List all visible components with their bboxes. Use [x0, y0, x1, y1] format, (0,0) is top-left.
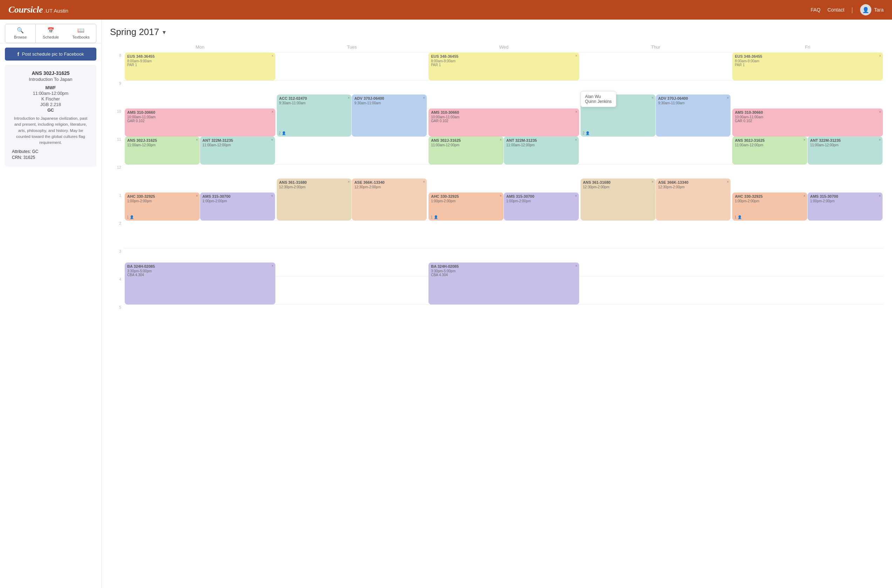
block-time: 12:30pm-2:00pm	[583, 185, 653, 189]
time-2: 2	[110, 220, 124, 249]
contact-link[interactable]: Contact	[827, 7, 844, 13]
block-time: 11:00am-12:00pm	[127, 143, 197, 147]
block-title: AHC 330-32925	[127, 194, 197, 198]
block-title: ANS 361-31680	[583, 180, 653, 184]
close-icon[interactable]: ×	[271, 138, 273, 142]
course-block[interactable]: ×EUS 348-364558:00am-9:00amPAR 1	[429, 52, 579, 81]
crn-label: CRN:	[12, 155, 22, 160]
close-icon[interactable]: ×	[348, 180, 350, 184]
block-time: 1:00pm-2:00pm	[127, 199, 197, 203]
slot-mon-2	[124, 220, 276, 249]
facebook-button[interactable]: f Post schedule pic to Facebook	[5, 48, 96, 60]
close-icon[interactable]: ×	[348, 96, 350, 100]
time-3: 3	[110, 249, 124, 276]
course-block[interactable]: ×AMS 310-3066010:00am-11:00amGAR 0.102	[429, 108, 579, 136]
course-attr-code: GC	[12, 108, 89, 113]
course-block[interactable]: ×ACC 312-024709:30am-11:00am2 👤	[277, 94, 352, 136]
course-block[interactable]: ×ADV 370J-064009:30am-11:00am	[352, 94, 427, 136]
day-mon: Mon	[124, 45, 276, 52]
close-icon[interactable]: ×	[499, 138, 502, 142]
schedule-button[interactable]: 📅 Schedule	[36, 24, 66, 43]
course-block[interactable]: ×BA 324H-020853:30pm-5:00pmCBA 4.304	[429, 262, 579, 304]
block-time: 12:30pm-2:00pm	[279, 185, 349, 189]
faq-link[interactable]: FAQ	[811, 7, 821, 13]
time-col-empty	[110, 45, 124, 52]
course-block[interactable]: ×AHC 330-329251:00pm-2:00pm1 👤	[125, 192, 200, 220]
close-icon[interactable]: ×	[423, 96, 425, 100]
block-room: GAR 0.102	[431, 119, 577, 123]
close-icon[interactable]: ×	[727, 180, 729, 184]
course-time: 11:00am-12:00pm	[12, 91, 89, 96]
close-icon[interactable]: ×	[575, 264, 578, 268]
facebook-label: Post schedule pic to Facebook	[22, 51, 84, 57]
close-icon[interactable]: ×	[196, 138, 198, 142]
block-title: BA 324H-02085	[431, 264, 577, 268]
course-block[interactable]: ×ANS 302J-3162511:00am-12:00pm	[429, 136, 504, 165]
block-time: 9:30am-11:00am	[279, 101, 349, 105]
course-block[interactable]: ×AHC 330-329251:00pm-2:00pm1 👤	[429, 192, 504, 220]
course-block[interactable]: ×ANT 322M-3123511:00am-12:00pm	[200, 136, 275, 165]
block-room: PAR 1	[431, 63, 577, 67]
course-block[interactable]: ×AHC 330-329251:00pm-2:00pm1 👤	[732, 192, 807, 220]
close-icon[interactable]: ×	[272, 264, 274, 268]
time-8: 8	[110, 52, 124, 81]
block-title: EUS 348-36455	[431, 54, 577, 58]
browse-button[interactable]: 🔍 Browse	[5, 24, 36, 43]
header-nav: FAQ Contact | 👤 Tara	[811, 4, 884, 15]
course-block[interactable]: ×ANS 361-3168012:30pm-2:00pm	[277, 178, 352, 220]
slot-tues-5	[276, 304, 428, 333]
calendar-area: Spring 2017 ▾ Mon Tues Wed Thur Fri 8	[102, 20, 892, 588]
course-instructor: K Fischer	[12, 97, 89, 102]
tooltip-name2: Quinn Jenkins	[585, 99, 612, 104]
logo-school: .UT Austin	[44, 8, 68, 14]
close-icon[interactable]: ×	[652, 96, 654, 100]
course-block[interactable]: ×BA 324H-020853:30pm-5:00pmCBA 4.304	[125, 262, 275, 304]
slot-mon-12	[124, 165, 276, 192]
close-icon[interactable]: ×	[879, 110, 881, 114]
slot-wed-9	[428, 81, 580, 108]
close-icon[interactable]: ×	[727, 96, 729, 100]
course-block[interactable]: ×EUS 348-364558:00am-9:00amPAR 1	[125, 52, 275, 81]
slot-wed-12	[428, 165, 580, 192]
close-icon[interactable]: ×	[575, 54, 578, 58]
course-block[interactable]: ×ANS 302J-3162511:00am-12:00pm	[732, 136, 807, 165]
close-icon[interactable]: ×	[575, 110, 578, 114]
toolbar: 🔍 Browse 📅 Schedule 📖 Textbooks	[0, 20, 101, 44]
textbooks-button[interactable]: 📖 Textbooks	[66, 24, 96, 43]
course-block[interactable]: ×ANT 322M-3123511:00am-12:00pm	[504, 136, 579, 165]
close-icon[interactable]: ×	[196, 194, 198, 198]
slot-tues-4	[276, 276, 428, 304]
course-block[interactable]: ×ADV 370J-064009:30am-11:00am	[656, 94, 731, 136]
close-icon[interactable]: ×	[652, 180, 654, 184]
course-block[interactable]: ×AMS 310-3066010:00am-11:00amGAR 0.102	[732, 108, 883, 136]
course-block[interactable]: ×AMS 315-307001:00pm-2:00pm	[200, 192, 275, 220]
course-block[interactable]: ×ASE 366K-1334012:30pm-2:00pm	[352, 178, 427, 220]
course-block[interactable]: ×AMS 315-307001:00pm-2:00pm	[808, 192, 883, 220]
close-icon[interactable]: ×	[499, 194, 502, 198]
block-title: AHC 330-32925	[431, 194, 501, 198]
slot-tues-3	[276, 249, 428, 276]
close-icon[interactable]: ×	[423, 180, 425, 184]
close-icon[interactable]: ×	[879, 54, 881, 58]
close-icon[interactable]: ×	[879, 194, 881, 198]
close-icon[interactable]: ×	[575, 138, 577, 142]
close-icon[interactable]: ×	[803, 194, 805, 198]
close-icon[interactable]: ×	[879, 138, 881, 142]
close-icon[interactable]: ×	[575, 194, 577, 198]
course-block[interactable]: ×AMS 310-3066010:00am-11:00amGAR 0.102	[125, 108, 275, 136]
course-block[interactable]: ×AMS 315-307001:00pm-2:00pm	[504, 192, 579, 220]
person-badge[interactable]: 2 👤	[583, 131, 590, 135]
close-icon[interactable]: ×	[272, 54, 274, 58]
time-9: 9	[110, 81, 124, 108]
close-icon[interactable]: ×	[271, 194, 273, 198]
textbooks-icon: 📖	[77, 27, 84, 34]
course-block[interactable]: ×ASE 366K-1334012:30pm-2:00pm	[656, 178, 731, 220]
course-block[interactable]: ×EUS 348-364558:00am-9:00amPAR 1	[732, 52, 883, 81]
course-block[interactable]: ×ANS 302J-3162511:00am-12:00pm	[125, 136, 200, 165]
block-title: ACC 312-02470	[279, 96, 349, 100]
semester-dropdown[interactable]: ▾	[162, 28, 166, 36]
course-block[interactable]: ×ANT 322M-3123511:00am-12:00pm	[808, 136, 883, 165]
close-icon[interactable]: ×	[803, 138, 805, 142]
close-icon[interactable]: ×	[272, 110, 274, 114]
course-block[interactable]: ×ANS 361-3168012:30pm-2:00pm	[581, 178, 656, 220]
